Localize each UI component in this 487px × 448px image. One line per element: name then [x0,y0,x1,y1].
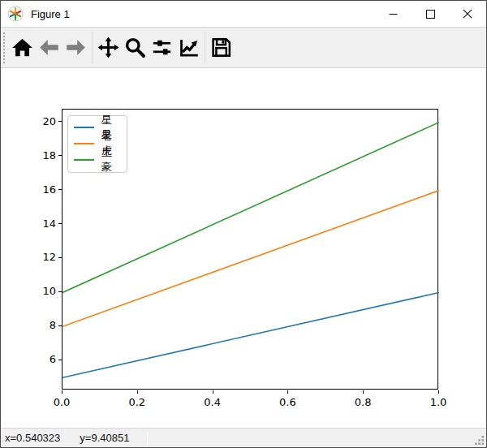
y-tick-label: 8 [24,319,56,331]
cursor-x-readout: x=0.540323 [5,432,60,444]
y-tick-label: 12 [24,251,56,263]
back-arrow-icon [38,37,60,58]
y-tick-mark [58,257,62,258]
y-tick-label: 16 [24,183,56,196]
y-tick-mark [58,155,62,156]
x-tick-label: 1.0 [430,396,447,408]
y-tick-mark [58,360,62,360]
pan-icon [97,37,119,58]
series-line-星星 [62,292,439,377]
customize-button[interactable] [175,29,202,67]
cursor-y-readout: y=9.40851 [80,432,129,444]
y-tick-mark [58,189,62,190]
toolbar-separator [205,32,205,64]
statusbar-field-separator [147,431,148,445]
minimize-icon [389,10,398,19]
legend-line-sample [74,159,94,161]
y-tick-label: 14 [24,218,56,230]
x-tick-mark [137,390,138,394]
x-tick-mark [287,390,288,394]
legend-entry: 土豪 [74,152,121,168]
x-tick-mark [363,390,364,394]
figure-window: Figure 1 [0,0,487,448]
figure-canvas[interactable]: 681012141618200.00.20.40.60.81.0 星星老虎土豪 [1,68,486,428]
y-tick-label: 20 [24,115,56,127]
x-tick-label: 0.6 [279,396,296,408]
legend-line-sample [74,143,94,144]
x-tick-mark [213,390,213,394]
series-line-老虎 [62,191,439,327]
home-button[interactable] [9,29,36,67]
status-bar: x=0.540323 y=9.40851 [1,428,486,447]
x-tick-label: 0.0 [54,396,71,408]
y-tick-mark [58,121,62,122]
minimize-button[interactable] [374,1,412,27]
navigation-toolbar [1,27,486,68]
forward-arrow-icon [65,37,87,58]
y-tick-label: 6 [24,353,56,365]
y-tick-mark [58,223,62,224]
toolbar-separator [92,32,93,64]
y-tick-mark [58,325,62,326]
legend-line-sample [74,127,94,128]
maximize-button[interactable] [412,1,449,27]
back-button[interactable] [36,29,62,67]
resize-grip-icon[interactable] [474,435,485,446]
title-bar[interactable]: Figure 1 [1,1,486,27]
subplots-button[interactable] [149,29,175,67]
x-tick-label: 0.8 [355,396,372,408]
y-tick-label: 18 [24,149,56,162]
magnifier-icon [124,37,146,58]
window-title: Figure 1 [31,8,70,20]
x-tick-label: 0.2 [128,396,145,408]
save-floppy-icon [210,37,232,58]
sliders-icon [151,37,173,58]
maximize-icon [426,10,435,19]
matplotlib-logo-icon [7,6,24,22]
x-tick-mark [62,390,62,394]
toolbar-grip[interactable] [3,32,9,63]
x-tick-label: 0.4 [204,396,221,408]
close-icon [463,9,472,19]
pan-button[interactable] [95,29,122,67]
home-icon [11,37,33,58]
save-button[interactable] [208,29,235,67]
line-chart-icon [178,37,200,58]
forward-button[interactable] [62,29,89,67]
y-tick-label: 10 [24,285,56,297]
zoom-button[interactable] [122,29,149,67]
y-tick-mark [58,291,62,292]
legend-label: 土豪 [101,145,121,174]
close-button[interactable] [449,1,486,27]
legend: 星星老虎土豪 [67,115,127,173]
x-tick-mark [438,390,439,394]
